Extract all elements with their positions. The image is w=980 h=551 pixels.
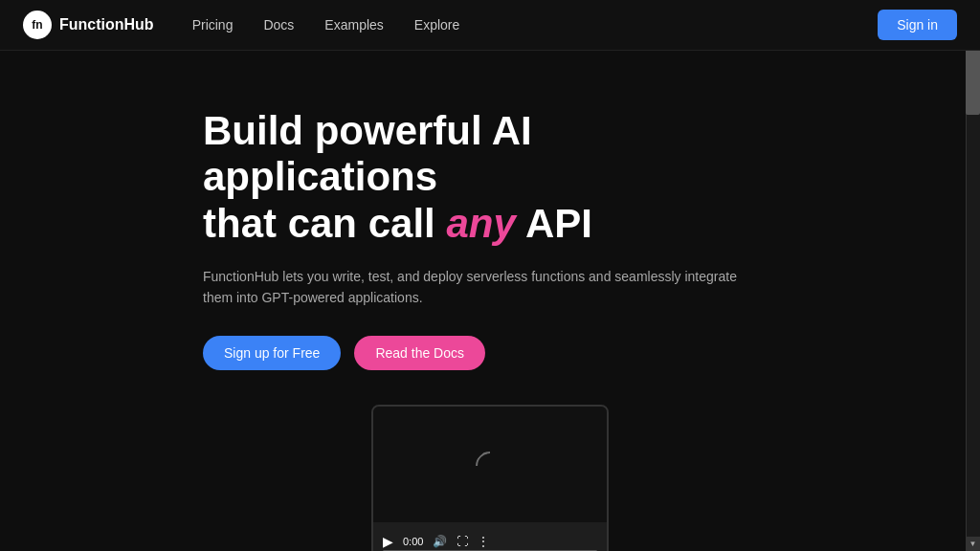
read-docs-button[interactable]: Read the Docs [354, 336, 485, 370]
scrollbar-arrow-down[interactable]: ▼ [966, 537, 980, 551]
logo-icon: fn [23, 11, 52, 39]
nav-links: Pricing Docs Examples Explore [192, 17, 879, 33]
video-area[interactable] [373, 407, 607, 526]
video-fullscreen-button[interactable]: ⛶ [457, 535, 468, 548]
navbar: fn FunctionHub Pricing Docs Examples Exp… [0, 0, 980, 51]
signin-button[interactable]: Sign in [878, 10, 957, 40]
hero-actions: Sign up for Free Read the Docs [203, 336, 485, 370]
logo-symbol: fn [32, 18, 42, 32]
video-controls: ▶ 0:00 🔊 ⛶ ⋮ [373, 522, 607, 551]
hero-title-part1: Build powerful AI applications [203, 108, 532, 199]
brand-name: FunctionHub [59, 16, 154, 33]
hero-title-part2: that can call [203, 201, 446, 246]
video-time: 0:00 [403, 536, 423, 547]
hero-title-part3: API [516, 201, 592, 246]
nav-link-pricing[interactable]: Pricing [192, 17, 234, 33]
navbar-actions: Sign in [878, 10, 957, 40]
signup-button[interactable]: Sign up for Free [203, 336, 341, 370]
logo[interactable]: fn FunctionHub [23, 11, 154, 39]
nav-link-explore[interactable]: Explore [414, 17, 459, 33]
video-play-button[interactable]: ▶ [383, 534, 393, 549]
hero-subtitle: FunctionHub lets you write, test, and de… [203, 266, 739, 309]
video-loading-spinner [470, 446, 510, 486]
nav-link-docs[interactable]: Docs [263, 17, 294, 33]
hero-title: Build powerful AI applications that can … [203, 108, 777, 247]
video-more-button[interactable]: ⋮ [478, 535, 489, 548]
hero-section: Build powerful AI applications that can … [0, 51, 980, 551]
video-volume-button[interactable]: 🔊 [433, 535, 447, 548]
nav-link-examples[interactable]: Examples [324, 17, 383, 33]
video-player: ▶ 0:00 🔊 ⛶ ⋮ [371, 405, 609, 551]
hero-title-highlight: any [446, 201, 515, 246]
hero-content: Build powerful AI applications that can … [203, 108, 777, 405]
scrollbar-track: ▲ ▼ [966, 0, 980, 551]
